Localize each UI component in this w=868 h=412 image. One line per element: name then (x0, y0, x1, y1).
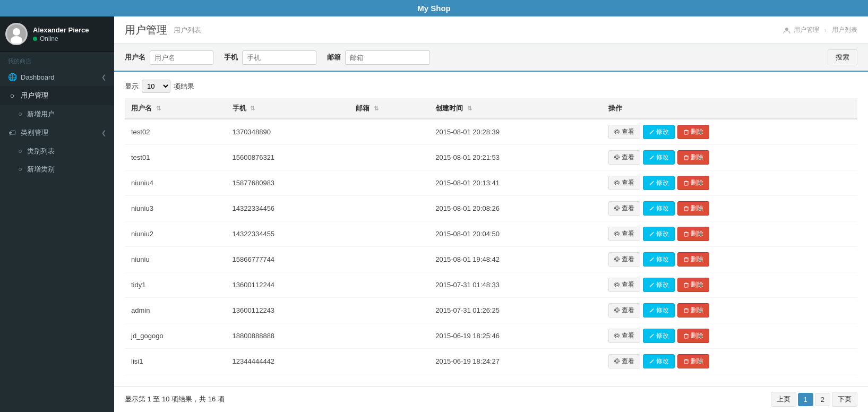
view-button-2[interactable]: 查看 (608, 176, 640, 190)
view-button-7[interactable]: 查看 (608, 303, 640, 317)
page-2-button[interactable]: 2 (815, 393, 830, 406)
sidebar-item-label-category: 类别管理 (21, 128, 48, 138)
delete-button-9[interactable]: 删除 (677, 354, 709, 368)
edit-button-6[interactable]: 修改 (643, 278, 675, 292)
search-bar: 用户名 手机 邮箱 搜索 (114, 44, 868, 72)
table-row: niuniu3 14322334456 2015-08-01 20:08:26 … (125, 196, 857, 221)
view-button-0[interactable]: 查看 (608, 125, 640, 139)
table-row: test02 1370348890 2015-08-01 20:28:39 查看 (125, 119, 857, 145)
search-field-email: 邮箱 (327, 50, 430, 65)
table-row: niuniu4 15877680983 2015-08-01 20:13:41 … (125, 170, 857, 196)
prev-page-button[interactable]: 上页 (771, 392, 796, 407)
edit-button-0[interactable]: 修改 (643, 125, 675, 139)
sidebar-item-label-dashboard: Dashboard (21, 73, 55, 81)
th-username: 用户名 ⇅ (125, 98, 226, 119)
sort-created-icon: ⇅ (467, 105, 472, 111)
sidebar-item-category-mgmt[interactable]: 🏷 类别管理 ❮ (0, 123, 114, 142)
sidebar-item-add-user[interactable]: 新增用户 (0, 105, 114, 123)
delete-button-7[interactable]: 删除 (677, 303, 709, 317)
edit-button-8[interactable]: 修改 (643, 329, 675, 343)
delete-button-2[interactable]: 删除 (677, 176, 709, 190)
delete-button-5[interactable]: 删除 (677, 252, 709, 267)
cell-created-3: 2015-08-01 20:08:26 (429, 196, 601, 221)
view-button-9[interactable]: 查看 (608, 354, 640, 368)
chevron-category-icon: ❮ (101, 130, 106, 136)
header-breadcrumb-usermgmt: 用户管理 (783, 25, 819, 35)
cell-action-2: 查看 修改 删除 (602, 170, 857, 196)
cell-action-6: 查看 修改 删除 (602, 272, 857, 298)
search-button[interactable]: 搜索 (828, 49, 857, 65)
view-button-5[interactable]: 查看 (608, 252, 640, 267)
cell-created-7: 2015-07-31 01:26:25 (429, 298, 601, 323)
sidebar-subitem-label-add-category: 新增类别 (27, 165, 55, 174)
delete-button-3[interactable]: 删除 (677, 201, 709, 216)
th-action: 操作 (602, 98, 857, 119)
svg-rect-12 (684, 182, 688, 185)
user-mgmt-icon: ○ (8, 91, 16, 100)
svg-rect-33 (684, 360, 688, 364)
delete-button-6[interactable]: 删除 (677, 278, 709, 292)
cell-username-7: admin (125, 298, 226, 323)
edit-button-5[interactable]: 修改 (643, 252, 675, 267)
view-button-8[interactable]: 查看 (608, 329, 640, 343)
delete-button-8[interactable]: 删除 (677, 329, 709, 343)
cell-phone-6: 13600112244 (226, 272, 350, 298)
table-row: niuniu2 14322334455 2015-08-01 20:04:50 … (125, 221, 857, 247)
delete-button-0[interactable]: 删除 (677, 125, 709, 139)
svg-rect-9 (684, 156, 688, 160)
edit-button-4[interactable]: 修改 (643, 227, 675, 241)
edit-button-7[interactable]: 修改 (643, 303, 675, 317)
sidebar-item-add-category[interactable]: 新增类别 (0, 160, 114, 178)
cell-action-1: 查看 修改 删除 (602, 145, 857, 170)
users-table: 用户名 ⇅ 手机 ⇅ 邮箱 ⇅ 创建时间 ⇅ (125, 98, 857, 374)
sidebar-item-label-user-mgmt: 用户管理 (21, 91, 48, 100)
cell-email-4 (349, 221, 429, 247)
cell-email-5 (349, 247, 429, 272)
page-1-button[interactable]: 1 (798, 393, 813, 406)
status-dot (33, 37, 37, 41)
cell-username-4: niuniu2 (125, 221, 226, 247)
sidebar-status: Online (33, 35, 89, 42)
svg-point-26 (614, 308, 619, 313)
view-button-1[interactable]: 查看 (608, 150, 640, 165)
edit-button-2[interactable]: 修改 (643, 176, 675, 190)
cell-email-9 (349, 349, 429, 374)
cell-phone-9: 12344444442 (226, 349, 350, 374)
table-area: 显示 10 25 50 100 项结果 用户名 ⇅ (114, 72, 868, 386)
sidebar-item-dashboard[interactable]: 🌐 Dashboard ❮ (0, 68, 114, 86)
svg-point-14 (614, 206, 619, 211)
delete-button-4[interactable]: 删除 (677, 227, 709, 241)
main-content: 用户管理 用户列表 用户管理 › 用户列表 用户名 (114, 16, 868, 412)
view-button-6[interactable]: 查看 (608, 278, 640, 292)
svg-point-17 (614, 231, 619, 236)
view-button-3[interactable]: 查看 (608, 201, 640, 216)
sidebar-subitem-label-add-user: 新增用户 (27, 109, 55, 119)
table-controls: 显示 10 25 50 100 项结果 (125, 80, 857, 93)
search-input-phone[interactable] (242, 50, 316, 65)
show-count-select[interactable]: 10 25 50 100 (142, 80, 170, 93)
cell-email-8 (349, 323, 429, 349)
cell-phone-3: 14322334456 (226, 196, 350, 221)
svg-point-25 (615, 309, 618, 312)
edit-button-1[interactable]: 修改 (643, 150, 675, 165)
sub-dot-add-category (19, 168, 22, 171)
svg-point-10 (615, 182, 618, 184)
svg-point-5 (614, 130, 619, 134)
cell-username-3: niuniu3 (125, 196, 226, 221)
email-label: 邮箱 (327, 53, 341, 62)
table-row: admin 13600112243 2015-07-31 01:26:25 查看 (125, 298, 857, 323)
svg-point-20 (614, 257, 619, 262)
sidebar-item-category-list[interactable]: 类别列表 (0, 142, 114, 160)
edit-button-3[interactable]: 修改 (643, 201, 675, 216)
results-label: 项结果 (174, 82, 194, 91)
search-input-email[interactable] (345, 50, 430, 65)
edit-button-9[interactable]: 修改 (643, 354, 675, 368)
table-header-row: 用户名 ⇅ 手机 ⇅ 邮箱 ⇅ 创建时间 ⇅ (125, 98, 857, 119)
view-button-4[interactable]: 查看 (608, 227, 640, 241)
delete-button-1[interactable]: 删除 (677, 150, 709, 165)
search-input-username[interactable] (150, 50, 213, 65)
sidebar-item-user-mgmt[interactable]: ○ 用户管理 (0, 86, 114, 105)
sidebar-section-label: 我的商店 (0, 52, 114, 68)
username-label: 用户名 (125, 53, 145, 62)
next-page-button[interactable]: 下页 (832, 392, 857, 407)
